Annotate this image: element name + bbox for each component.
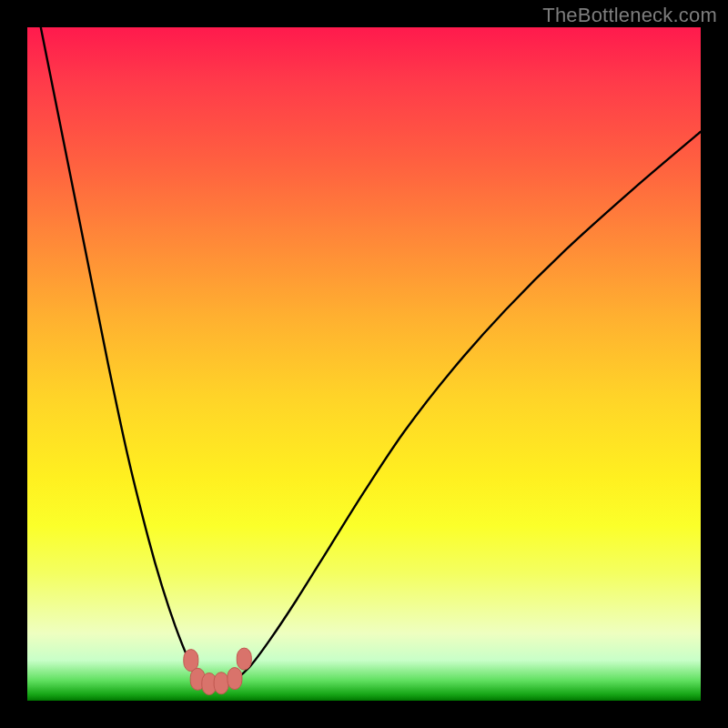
curve-layer	[27, 27, 701, 701]
curve-marker-0	[184, 650, 198, 672]
curve-marker-3	[214, 672, 228, 694]
curve-marker-4	[228, 668, 242, 690]
watermark-text: TheBottleneck.com	[542, 4, 717, 27]
curve-marker-5	[237, 648, 251, 670]
marker-group	[184, 648, 251, 694]
outer-frame: TheBottleneck.com	[0, 0, 728, 728]
plot-area	[27, 27, 701, 701]
bottleneck-curve	[27, 27, 701, 684]
